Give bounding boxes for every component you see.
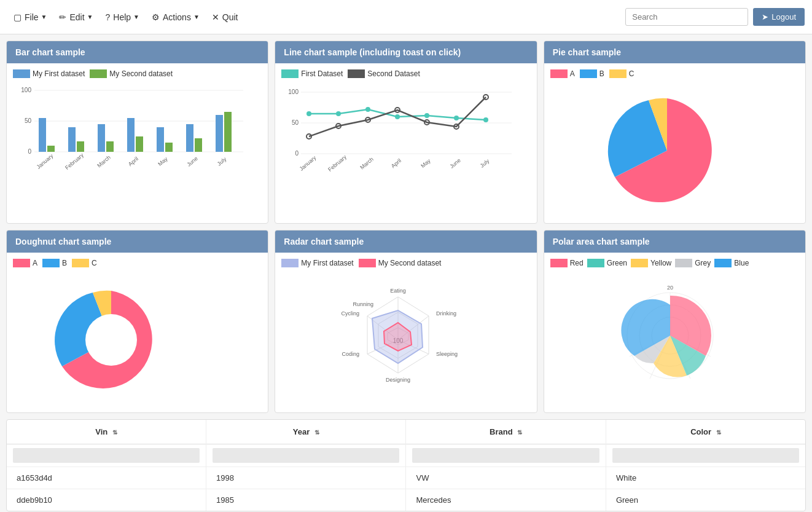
logout-icon: ➤ [762,12,768,22]
filter-vin-input[interactable] [13,448,200,463]
svg-text:February: February [64,152,85,171]
bar-chart-legend: My First dataset My Second dataset [13,69,262,78]
cell-vin-2: ddeb9b10 [7,489,206,511]
svg-text:Designing: Designing [386,377,410,383]
navbar: ▢ File ▼ ✏ Edit ▼ ? Help ▼ ⚙ Actions ▼ ✕… [0,0,812,34]
svg-text:Eating: Eating [391,288,407,294]
bar-chart-title: Bar chart sample [7,41,268,63]
svg-point-39 [483,117,488,122]
polar-legend-color-red [550,259,568,267]
line-legend-label-2: Second Dataset [367,69,420,78]
svg-text:July: July [216,156,228,167]
line-legend-item-1: First Dataset [281,69,343,78]
svg-rect-6 [39,118,46,152]
line-chart-svg: 100 50 0 [281,83,515,206]
svg-point-34 [336,111,341,116]
svg-rect-10 [98,124,105,152]
polar-legend-grey: Grey [675,259,711,267]
help-menu[interactable]: ? Help ▼ [100,12,146,22]
cell-brand-2: Mercedes [406,489,606,511]
polar-legend-green: Green [587,259,627,267]
polar-legend-blue: Blue [714,259,749,267]
doughnut-chart-title: Doughnut chart sample [7,230,268,253]
file-label: File [25,12,39,22]
pie-chart-svg [550,83,784,206]
line-legend-item-2: Second Dataset [348,69,420,78]
filter-brand-input[interactable] [412,448,599,463]
col-color[interactable]: Color ⇅ [606,420,805,444]
polar-chart-svg: 20 [550,272,784,380]
svg-text:Coding: Coding [342,351,360,357]
radar-legend-item-1: My First dataset [281,259,353,267]
svg-rect-15 [165,143,173,152]
actions-menu[interactable]: ⚙ Actions ▼ [146,12,206,22]
cell-brand-1: VW [406,467,606,489]
doughnut-legend-color-a [13,259,30,267]
polar-legend-label-red: Red [570,259,584,267]
pie-chart-legend: A B C [550,69,799,78]
main-content: Bar chart sample My First dataset My Sec… [0,34,812,512]
bar-chart-card: Bar chart sample My First dataset My Sec… [6,41,268,224]
polar-legend-label-grey: Grey [695,259,711,267]
polar-legend-color-green [587,259,604,267]
line-legend-color-1 [281,69,299,78]
svg-point-36 [395,114,400,119]
radar-legend-color-1 [281,259,299,267]
svg-rect-8 [68,127,76,152]
doughnut-legend-item-c: C [72,259,97,267]
col-brand[interactable]: Brand ⇅ [406,420,606,444]
polar-legend-label-blue: Blue [734,259,749,267]
pie-legend-label-c: C [629,69,634,78]
radar-chart-legend: My First dataset My Second dataset [281,259,530,267]
quit-label: Quit [222,12,238,22]
pie-legend-color-a [550,69,568,78]
cell-year-1: 1998 [206,467,406,489]
col-brand-sort-icon: ⇅ [517,429,522,436]
pie-chart-card: Pie chart sample A B C [544,41,806,224]
doughnut-legend-color-c [72,259,89,267]
svg-text:February: February [327,154,348,173]
doughnut-chart-card: Doughnut chart sample A B C [6,230,268,413]
quit-menu[interactable]: ✕ Quit [206,12,244,22]
logout-button[interactable]: ➤ Logout [753,8,805,26]
edit-menu[interactable]: ✏ Edit ▼ [53,12,99,22]
col-vin-label: Vin [95,427,107,436]
line-chart-legend: First Dataset Second Dataset [281,69,530,78]
doughnut-chart-body: A B C [7,253,268,412]
radar-chart-card: Radar chart sample My First dataset My S… [275,230,537,413]
svg-text:January: January [36,152,55,170]
svg-text:March: March [96,154,112,169]
bar-legend-item-1: My First dataset [13,69,85,78]
radar-chart-svg: 100 Eating Drinking Sleeping Designing C… [281,272,515,392]
svg-text:April: April [127,156,139,167]
radar-legend-label-1: My First dataset [301,259,353,267]
pie-legend-label-b: B [599,69,604,78]
polar-chart-card: Polar area chart sample Red Green Yellow [544,230,806,413]
doughnut-legend-color-b [42,259,60,267]
filter-year-cell [206,444,406,467]
svg-text:May: May [157,156,169,167]
line-chart-title: Line chart sample (including toast on cl… [275,41,536,63]
svg-rect-12 [127,118,135,152]
doughnut-legend-label-a: A [33,259,37,267]
svg-text:50: 50 [292,119,299,126]
table-row: ddeb9b10 1985 Mercedes Green [7,489,805,511]
col-color-label: Color [690,427,711,436]
table-row: a1653d4d 1998 VW White [7,467,805,489]
svg-rect-13 [136,136,143,152]
svg-text:100: 100 [21,87,31,93]
col-year[interactable]: Year ⇅ [206,420,406,444]
radar-legend-label-2: My Second dataset [378,259,442,267]
data-table: Vin ⇅ Year ⇅ Brand ⇅ Color ⇅ [6,419,806,511]
svg-point-35 [365,107,370,112]
col-vin[interactable]: Vin ⇅ [7,420,206,444]
filter-year-input[interactable] [213,448,399,463]
svg-rect-14 [157,127,164,152]
search-input[interactable] [625,8,748,26]
bar-legend-item-2: My Second dataset [90,69,173,78]
svg-text:50: 50 [25,117,32,124]
filter-color-cell [606,444,805,467]
file-menu[interactable]: ▢ File ▼ [7,12,53,22]
filter-color-input[interactable] [612,448,799,463]
pie-legend-color-c [609,69,627,78]
